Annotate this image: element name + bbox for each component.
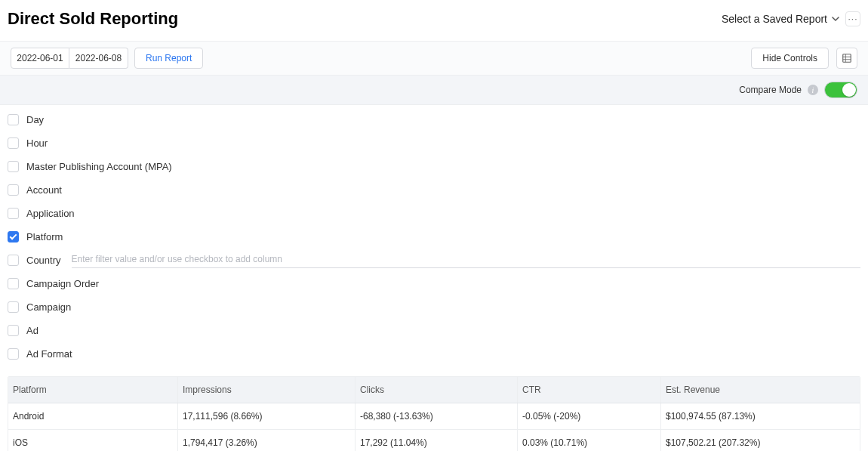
filter-label-mpa: Master Publishing Account (MPA) bbox=[26, 161, 172, 172]
table-cell: $107,502.21 (207.32%) bbox=[661, 430, 860, 451]
toggle-knob bbox=[842, 83, 856, 97]
table-cell: $100,974.55 (87.13%) bbox=[661, 403, 860, 429]
filter-label-ad: Ad bbox=[26, 325, 38, 336]
filter-input-country[interactable] bbox=[72, 254, 860, 264]
filter-row-mpa: Master Publishing Account (MPA) bbox=[8, 155, 860, 178]
svg-rect-0 bbox=[843, 54, 851, 63]
table-header-row: PlatformImpressionsClicksCTREst. Revenue bbox=[8, 377, 860, 403]
select-saved-report-label: Select a Saved Report bbox=[722, 13, 827, 25]
column-header[interactable]: Impressions bbox=[178, 377, 356, 403]
chevron-down-icon bbox=[832, 15, 839, 23]
column-header[interactable]: Clicks bbox=[356, 377, 518, 403]
filter-label-application: Application bbox=[26, 208, 75, 219]
column-header[interactable]: Est. Revenue bbox=[661, 377, 860, 403]
filter-label-day: Day bbox=[26, 114, 44, 125]
filter-checkbox-mpa[interactable] bbox=[8, 161, 19, 172]
table-cell: Android bbox=[8, 403, 178, 429]
date-end-input[interactable] bbox=[69, 48, 128, 69]
table-cell: 0.03% (10.71%) bbox=[518, 430, 661, 451]
info-icon[interactable]: i bbox=[808, 85, 818, 95]
filter-row-account: Account bbox=[8, 178, 860, 202]
date-start-input[interactable] bbox=[11, 48, 69, 69]
filter-checkbox-application[interactable] bbox=[8, 208, 19, 219]
table-cell: -0.05% (-20%) bbox=[518, 403, 661, 429]
filter-row-campaign_order: Campaign Order bbox=[8, 272, 860, 295]
export-button[interactable] bbox=[836, 48, 857, 69]
filter-row-campaign: Campaign bbox=[8, 295, 860, 319]
table-cell: 17,292 (11.04%) bbox=[356, 430, 518, 451]
filter-label-ad_format: Ad Format bbox=[26, 348, 72, 360]
results-table: PlatformImpressionsClicksCTREst. Revenue… bbox=[8, 376, 860, 451]
compare-mode-label: Compare Mode bbox=[739, 85, 802, 95]
filter-row-ad: Ad bbox=[8, 319, 860, 342]
filter-checkbox-ad[interactable] bbox=[8, 325, 19, 336]
filter-checkbox-account[interactable] bbox=[8, 184, 19, 196]
filters-panel: DayHourMaster Publishing Account (MPA)Ac… bbox=[0, 105, 868, 366]
filter-label-campaign_order: Campaign Order bbox=[26, 278, 99, 289]
run-report-button[interactable]: Run Report bbox=[134, 48, 203, 69]
filter-row-country: Country bbox=[8, 249, 860, 272]
page-title: Direct Sold Reporting bbox=[8, 9, 178, 29]
filter-checkbox-country[interactable] bbox=[8, 255, 19, 266]
column-header[interactable]: CTR bbox=[518, 377, 661, 403]
filter-label-campaign: Campaign bbox=[26, 301, 71, 313]
filter-label-hour: Hour bbox=[26, 137, 48, 149]
more-options-button[interactable]: ··· bbox=[845, 11, 860, 26]
filter-checkbox-platform[interactable] bbox=[8, 231, 19, 242]
filter-row-hour: Hour bbox=[8, 131, 860, 155]
compare-mode-toggle[interactable] bbox=[824, 82, 857, 98]
table-cell: 17,111,596 (8.66%) bbox=[178, 403, 356, 429]
filter-label-country: Country bbox=[26, 255, 61, 266]
table-row: iOS1,794,417 (3.26%)17,292 (11.04%)0.03%… bbox=[8, 430, 860, 451]
filter-label-account: Account bbox=[26, 184, 62, 196]
filter-row-platform: Platform bbox=[8, 225, 860, 249]
filter-input-wrap-country bbox=[72, 253, 860, 268]
filter-checkbox-hour[interactable] bbox=[8, 137, 19, 149]
column-header[interactable]: Platform bbox=[8, 377, 178, 403]
table-cell: 1,794,417 (3.26%) bbox=[178, 430, 356, 451]
filter-checkbox-campaign_order[interactable] bbox=[8, 278, 19, 289]
filter-label-platform: Platform bbox=[26, 231, 63, 242]
hide-controls-button[interactable]: Hide Controls bbox=[751, 48, 829, 69]
table-cell: iOS bbox=[8, 430, 178, 451]
filter-row-application: Application bbox=[8, 202, 860, 225]
filter-row-day: Day bbox=[8, 108, 860, 131]
filter-checkbox-ad_format[interactable] bbox=[8, 348, 19, 360]
table-row: Android17,111,596 (8.66%)-68,380 (-13.63… bbox=[8, 403, 860, 430]
more-icon: ··· bbox=[848, 14, 857, 24]
table-cell: -68,380 (-13.63%) bbox=[356, 403, 518, 429]
filter-checkbox-day[interactable] bbox=[8, 114, 19, 125]
filter-checkbox-campaign[interactable] bbox=[8, 301, 19, 313]
export-icon bbox=[842, 53, 852, 63]
filter-row-ad_format: Ad Format bbox=[8, 342, 860, 366]
select-saved-report-dropdown[interactable]: Select a Saved Report bbox=[722, 13, 839, 25]
